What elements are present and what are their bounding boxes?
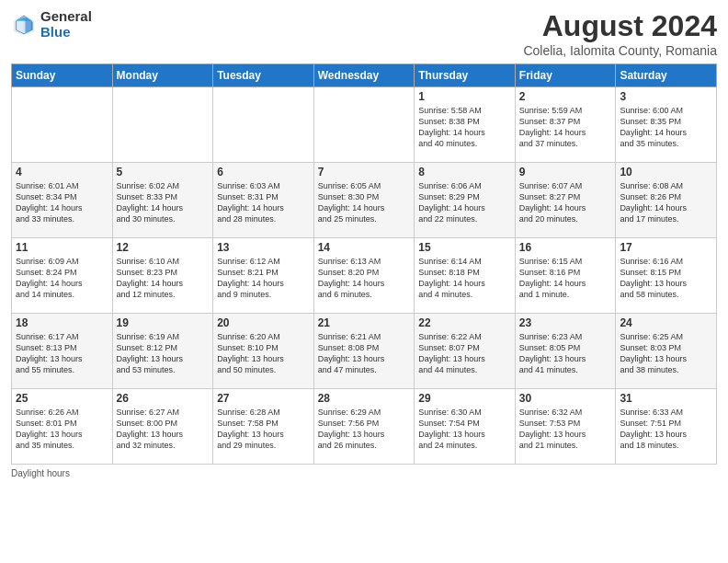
page-container: General Blue August 2024 Colelia, Ialomi…	[0, 0, 728, 563]
day-info: Sunrise: 6:03 AM Sunset: 8:31 PM Dayligh…	[217, 180, 310, 225]
day-info: Sunrise: 6:21 AM Sunset: 8:08 PM Dayligh…	[318, 331, 411, 376]
day-info: Sunrise: 6:29 AM Sunset: 7:56 PM Dayligh…	[318, 407, 411, 452]
day-number: 20	[217, 316, 310, 329]
col-tuesday: Tuesday	[213, 64, 314, 87]
week-row-4: 18Sunrise: 6:17 AM Sunset: 8:13 PM Dayli…	[12, 314, 717, 389]
day-number: 8	[418, 166, 511, 178]
day-number: 3	[620, 90, 712, 103]
logo-icon	[11, 12, 37, 38]
day-info: Sunrise: 6:06 AM Sunset: 8:29 PM Dayligh…	[418, 180, 511, 225]
day-number: 23	[519, 316, 612, 329]
header: General Blue August 2024 Colelia, Ialomi…	[11, 9, 717, 58]
day-cell	[213, 87, 314, 163]
day-info: Sunrise: 6:01 AM Sunset: 8:34 PM Dayligh…	[16, 180, 108, 225]
day-cell: 15Sunrise: 6:14 AM Sunset: 8:18 PM Dayli…	[415, 238, 516, 314]
week-row-1: 1Sunrise: 5:58 AM Sunset: 8:38 PM Daylig…	[12, 87, 717, 163]
day-cell: 31Sunrise: 6:33 AM Sunset: 7:51 PM Dayli…	[616, 389, 717, 465]
day-cell: 4Sunrise: 6:01 AM Sunset: 8:34 PM Daylig…	[12, 163, 113, 238]
day-number: 24	[620, 316, 712, 329]
day-number: 13	[217, 241, 310, 254]
day-info: Sunrise: 6:26 AM Sunset: 8:01 PM Dayligh…	[16, 407, 108, 452]
day-number: 25	[16, 392, 108, 405]
day-info: Sunrise: 6:28 AM Sunset: 7:58 PM Dayligh…	[217, 407, 310, 452]
day-number: 10	[620, 166, 712, 178]
day-cell: 13Sunrise: 6:12 AM Sunset: 8:21 PM Dayli…	[213, 238, 314, 314]
day-cell: 9Sunrise: 6:07 AM Sunset: 8:27 PM Daylig…	[515, 163, 616, 238]
calendar-table: Sunday Monday Tuesday Wednesday Thursday…	[11, 63, 717, 465]
day-cell: 14Sunrise: 6:13 AM Sunset: 8:20 PM Dayli…	[313, 238, 415, 314]
day-cell	[313, 87, 415, 163]
day-cell	[12, 87, 113, 163]
day-number: 7	[318, 166, 411, 178]
day-number: 4	[16, 166, 108, 178]
day-number: 11	[16, 241, 108, 254]
day-cell: 18Sunrise: 6:17 AM Sunset: 8:13 PM Dayli…	[12, 314, 113, 389]
day-cell: 26Sunrise: 6:27 AM Sunset: 8:00 PM Dayli…	[112, 389, 213, 465]
footer-note: Daylight hours	[11, 468, 717, 478]
day-number: 6	[217, 166, 310, 178]
day-cell: 7Sunrise: 6:05 AM Sunset: 8:30 PM Daylig…	[313, 163, 415, 238]
day-info: Sunrise: 6:12 AM Sunset: 8:21 PM Dayligh…	[217, 256, 310, 301]
day-cell: 23Sunrise: 6:23 AM Sunset: 8:05 PM Dayli…	[515, 314, 616, 389]
day-info: Sunrise: 6:15 AM Sunset: 8:16 PM Dayligh…	[519, 256, 612, 301]
day-cell: 5Sunrise: 6:02 AM Sunset: 8:33 PM Daylig…	[112, 163, 213, 238]
col-monday: Monday	[112, 64, 213, 87]
day-cell: 12Sunrise: 6:10 AM Sunset: 8:23 PM Dayli…	[112, 238, 213, 314]
day-cell: 28Sunrise: 6:29 AM Sunset: 7:56 PM Dayli…	[313, 389, 415, 465]
sub-title: Colelia, Ialomita County, Romania	[523, 43, 717, 58]
day-cell: 10Sunrise: 6:08 AM Sunset: 8:26 PM Dayli…	[616, 163, 717, 238]
day-cell: 16Sunrise: 6:15 AM Sunset: 8:16 PM Dayli…	[515, 238, 616, 314]
day-cell: 3Sunrise: 6:00 AM Sunset: 8:35 PM Daylig…	[616, 87, 717, 163]
day-info: Sunrise: 6:33 AM Sunset: 7:51 PM Dayligh…	[620, 407, 712, 452]
day-info: Sunrise: 6:07 AM Sunset: 8:27 PM Dayligh…	[519, 180, 612, 225]
col-friday: Friday	[515, 64, 616, 87]
day-info: Sunrise: 6:00 AM Sunset: 8:35 PM Dayligh…	[620, 105, 712, 150]
col-wednesday: Wednesday	[313, 64, 415, 87]
day-number: 17	[620, 241, 712, 254]
day-info: Sunrise: 6:08 AM Sunset: 8:26 PM Dayligh…	[620, 180, 712, 225]
day-info: Sunrise: 5:58 AM Sunset: 8:38 PM Dayligh…	[418, 105, 511, 150]
day-cell: 6Sunrise: 6:03 AM Sunset: 8:31 PM Daylig…	[213, 163, 314, 238]
day-number: 14	[318, 241, 411, 254]
day-info: Sunrise: 6:20 AM Sunset: 8:10 PM Dayligh…	[217, 331, 310, 376]
day-number: 31	[620, 392, 712, 405]
day-cell: 30Sunrise: 6:32 AM Sunset: 7:53 PM Dayli…	[515, 389, 616, 465]
day-info: Sunrise: 6:22 AM Sunset: 8:07 PM Dayligh…	[418, 331, 511, 376]
day-info: Sunrise: 6:13 AM Sunset: 8:20 PM Dayligh…	[318, 256, 411, 301]
day-info: Sunrise: 6:17 AM Sunset: 8:13 PM Dayligh…	[16, 331, 108, 376]
day-number: 19	[117, 316, 210, 329]
day-info: Sunrise: 6:16 AM Sunset: 8:15 PM Dayligh…	[620, 256, 712, 301]
day-info: Sunrise: 6:10 AM Sunset: 8:23 PM Dayligh…	[117, 256, 210, 301]
logo: General Blue	[11, 9, 92, 40]
day-info: Sunrise: 6:05 AM Sunset: 8:30 PM Dayligh…	[318, 180, 411, 225]
day-cell	[112, 87, 213, 163]
day-number: 5	[117, 166, 210, 178]
day-cell: 29Sunrise: 6:30 AM Sunset: 7:54 PM Dayli…	[415, 389, 516, 465]
header-row: Sunday Monday Tuesday Wednesday Thursday…	[12, 64, 717, 87]
day-info: Sunrise: 6:25 AM Sunset: 8:03 PM Dayligh…	[620, 331, 712, 376]
logo-text: General Blue	[40, 9, 92, 40]
day-number: 30	[519, 392, 612, 405]
day-cell: 17Sunrise: 6:16 AM Sunset: 8:15 PM Dayli…	[616, 238, 717, 314]
day-cell: 20Sunrise: 6:20 AM Sunset: 8:10 PM Dayli…	[213, 314, 314, 389]
day-number: 9	[519, 166, 612, 178]
week-row-5: 25Sunrise: 6:26 AM Sunset: 8:01 PM Dayli…	[12, 389, 717, 465]
day-cell: 27Sunrise: 6:28 AM Sunset: 7:58 PM Dayli…	[213, 389, 314, 465]
logo-blue: Blue	[40, 25, 92, 40]
day-number: 29	[418, 392, 511, 405]
day-number: 26	[117, 392, 210, 405]
day-info: Sunrise: 6:14 AM Sunset: 8:18 PM Dayligh…	[418, 256, 511, 301]
week-row-3: 11Sunrise: 6:09 AM Sunset: 8:24 PM Dayli…	[12, 238, 717, 314]
day-info: Sunrise: 6:32 AM Sunset: 7:53 PM Dayligh…	[519, 407, 612, 452]
day-cell: 25Sunrise: 6:26 AM Sunset: 8:01 PM Dayli…	[12, 389, 113, 465]
col-thursday: Thursday	[415, 64, 516, 87]
day-number: 28	[318, 392, 411, 405]
day-cell: 19Sunrise: 6:19 AM Sunset: 8:12 PM Dayli…	[112, 314, 213, 389]
title-block: August 2024 Colelia, Ialomita County, Ro…	[523, 9, 717, 58]
calendar-body: 1Sunrise: 5:58 AM Sunset: 8:38 PM Daylig…	[12, 87, 717, 465]
day-number: 2	[519, 90, 612, 103]
week-row-2: 4Sunrise: 6:01 AM Sunset: 8:34 PM Daylig…	[12, 163, 717, 238]
day-info: Sunrise: 6:19 AM Sunset: 8:12 PM Dayligh…	[117, 331, 210, 376]
day-number: 1	[418, 90, 511, 103]
day-number: 27	[217, 392, 310, 405]
